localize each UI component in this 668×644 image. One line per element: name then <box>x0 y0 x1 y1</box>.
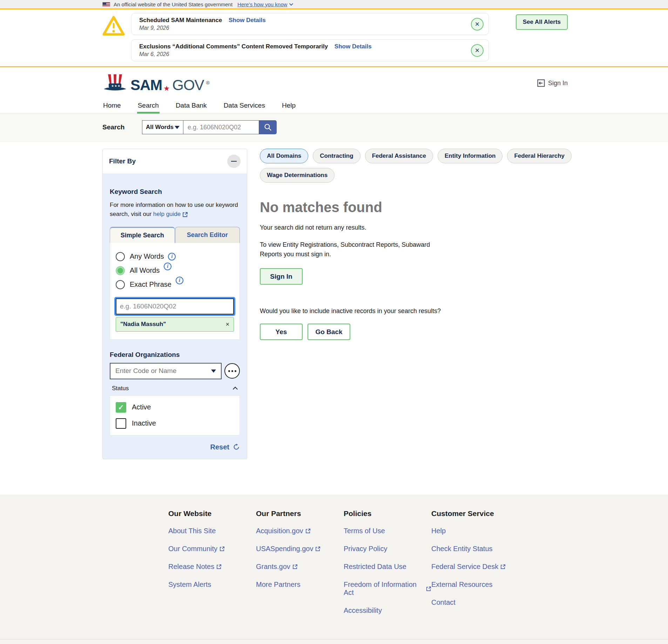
keyword-input-focus-ring <box>116 298 234 314</box>
footer-link-label: Help <box>431 527 446 535</box>
nav-item-data-bank[interactable]: Data Bank <box>175 99 208 114</box>
help-guide-link[interactable]: help guide <box>153 210 188 219</box>
external-link-icon <box>426 586 431 591</box>
footer-link-more-partners[interactable]: More Partners <box>256 581 344 589</box>
federal-organizations-select[interactable]: Enter Code or Name <box>110 363 222 379</box>
info-icon[interactable]: i <box>168 253 176 260</box>
footer-link-usaspending-gov[interactable]: USASpending.gov <box>256 545 344 553</box>
more-options-button[interactable] <box>224 363 240 379</box>
radio-icon-checked <box>116 266 125 275</box>
radio-icon <box>116 280 125 289</box>
footer-link-federal-service-desk[interactable]: Federal Service Desk <box>431 563 519 571</box>
nav-item-search[interactable]: Search <box>137 99 160 114</box>
search-input[interactable] <box>183 120 259 134</box>
pill-contracting[interactable]: Contracting <box>313 149 360 163</box>
footer-link-our-community[interactable]: Our Community <box>168 545 256 553</box>
search-label: Search <box>102 123 142 131</box>
footer-link-label: Contact <box>431 598 456 606</box>
search-button[interactable] <box>259 120 277 134</box>
sign-in-button[interactable]: Sign In <box>260 268 303 285</box>
heres-how-you-know-link[interactable]: Here’s how you know <box>237 1 292 7</box>
site-header: ★★★ SAM ★ GOV ® Sign In <box>0 67 668 99</box>
info-icon[interactable]: i <box>176 277 183 284</box>
checkbox-label: Inactive <box>132 419 156 427</box>
checkbox-label: Active <box>132 403 151 411</box>
tab-simple-search[interactable]: Simple Search <box>110 227 175 243</box>
footer-link-label: Privacy Policy <box>344 545 387 553</box>
footer-link-accessibility[interactable]: Accessibility <box>344 606 431 615</box>
keyword-input[interactable] <box>116 298 234 314</box>
pill-entity-information[interactable]: Entity Information <box>438 149 502 163</box>
go-back-button[interactable]: Go Back <box>308 324 350 340</box>
info-glyph: i <box>171 254 173 259</box>
pill-all-domains[interactable]: All Domains <box>260 149 308 163</box>
footer-link-system-alerts[interactable]: System Alerts <box>168 581 256 589</box>
gov-banner-text: An official website of the United States… <box>114 1 232 7</box>
footer-link-help[interactable]: Help <box>431 527 519 535</box>
footer-link-label: Terms of Use <box>344 527 385 535</box>
footer-link-about-this-site[interactable]: About This Site <box>168 527 256 535</box>
alerts-section: Scheduled SAM Maintenance Show Details M… <box>0 9 668 67</box>
radio-icon <box>116 252 125 261</box>
footer-link-restricted-data-use[interactable]: Restricted Data Use <box>344 563 431 571</box>
alert-close-button[interactable]: × <box>471 44 484 57</box>
info-glyph: i <box>179 278 180 283</box>
see-all-alerts-button[interactable]: See All Alerts <box>516 14 568 30</box>
alert-title: Scheduled SAM Maintenance <box>139 17 222 23</box>
domain-filter-pills: All Domains Contracting Federal Assistan… <box>260 149 626 183</box>
keyword-card: Any Words i All Words i Exact Phrase i <box>110 243 240 340</box>
external-link-icon <box>315 546 320 551</box>
footer-link-acquisition-gov[interactable]: Acquisition.gov <box>256 527 344 535</box>
nav-item-help[interactable]: Help <box>281 99 296 114</box>
footer-link-terms-of-use[interactable]: Terms of Use <box>344 527 431 535</box>
alert-close-button[interactable]: × <box>471 18 484 30</box>
radio-exact-phrase[interactable]: Exact Phrase i <box>116 280 234 289</box>
checkbox-active[interactable]: ✓ Active <box>116 402 234 413</box>
reset-link[interactable]: Reset <box>210 443 229 451</box>
nav-item-home[interactable]: Home <box>102 99 122 114</box>
federal-organizations-row: Enter Code or Name <box>110 363 240 379</box>
show-details-link[interactable]: Show Details <box>335 43 372 50</box>
footer-link-grants-gov[interactable]: Grants.gov <box>256 563 344 571</box>
radio-any-words[interactable]: Any Words i <box>116 252 234 261</box>
footer-link-label: USASpending.gov <box>256 545 313 553</box>
external-link-icon <box>216 564 222 569</box>
question-buttons: Yes Go Back <box>260 324 626 340</box>
footer-link-privacy-policy[interactable]: Privacy Policy <box>344 545 431 553</box>
footer-link-foia[interactable]: Freedom of Information Act <box>344 581 431 597</box>
footer-link-release-notes[interactable]: Release Notes <box>168 563 256 571</box>
search-mode-select[interactable]: All Words <box>142 120 183 134</box>
show-details-link[interactable]: Show Details <box>229 17 266 23</box>
info-icon[interactable]: i <box>164 263 171 270</box>
sam-gov-logo[interactable]: ★★★ SAM ★ GOV ® <box>102 74 209 93</box>
refresh-icon[interactable] <box>233 443 240 450</box>
status-section-toggle[interactable]: Status <box>110 385 240 392</box>
chip-remove-icon[interactable]: × <box>225 321 229 328</box>
sign-in-link[interactable]: Sign In <box>537 79 568 87</box>
us-flag-icon <box>102 2 110 7</box>
pill-federal-assistance[interactable]: Federal Assistance <box>365 149 433 163</box>
footer-link-check-entity-status[interactable]: Check Entity Status <box>431 545 519 553</box>
footer-link-label: Federal Service Desk <box>431 563 498 571</box>
footer-col-policies: Policies Terms of Use Privacy Policy Res… <box>344 509 431 624</box>
footer-link-contact[interactable]: Contact <box>431 598 519 606</box>
checkbox-inactive[interactable]: Inactive <box>116 418 234 429</box>
gsa-warning-row: GSA ® WARNING This is a U.S. General Ser… <box>0 639 668 644</box>
pill-federal-hierarchy[interactable]: Federal Hierarchy <box>507 149 572 163</box>
nav-item-data-services[interactable]: Data Services <box>223 99 266 114</box>
yes-button[interactable]: Yes <box>260 324 303 340</box>
radio-all-words[interactable]: All Words i <box>116 266 234 275</box>
results-column: All Domains Contracting Federal Assistan… <box>260 149 626 340</box>
minus-icon <box>231 161 237 162</box>
warning-triangle-icon <box>102 16 125 36</box>
ellipsis-icon <box>228 370 230 372</box>
footer-link-label: System Alerts <box>168 581 211 589</box>
federal-organizations-heading: Federal Organizations <box>110 351 240 359</box>
caret-down-icon <box>175 126 180 129</box>
chevron-up-icon <box>233 387 238 392</box>
footer-link-external-resources[interactable]: External Resources <box>431 581 519 589</box>
footer-col-heading: Customer Service <box>431 509 519 518</box>
pill-wage-determinations[interactable]: Wage Determinations <box>260 168 335 183</box>
collapse-filters-button[interactable] <box>227 155 241 168</box>
tab-search-editor[interactable]: Search Editor <box>175 227 240 243</box>
